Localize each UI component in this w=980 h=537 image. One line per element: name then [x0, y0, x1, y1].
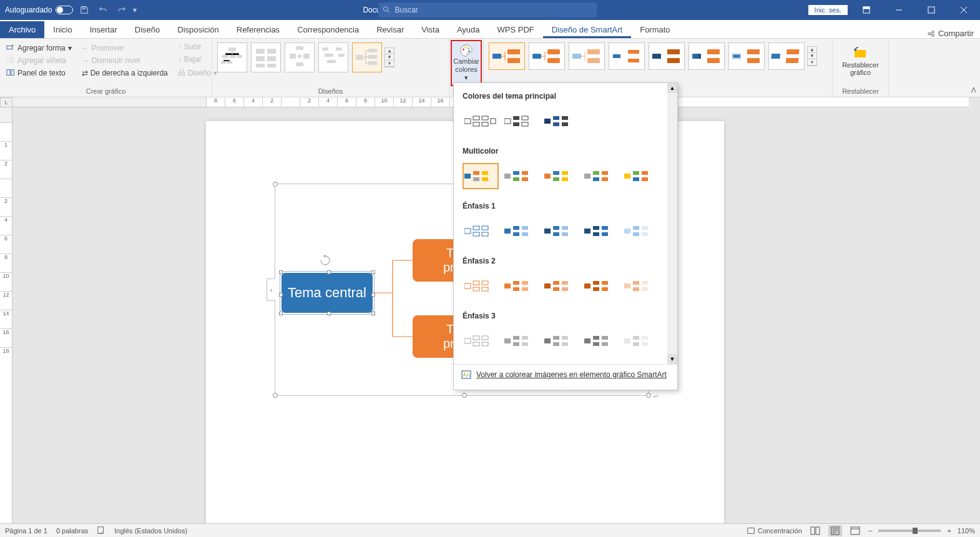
reset-graphic-button[interactable]: Restablecer gráfico	[836, 41, 884, 79]
view-print-icon[interactable]	[828, 525, 842, 536]
color-option[interactable]	[463, 273, 499, 299]
color-option[interactable]	[463, 108, 499, 134]
color-option[interactable]	[502, 163, 539, 189]
text-pane-toggle[interactable]: ‹	[267, 278, 275, 301]
smartart-node-central[interactable]: Tema central	[280, 272, 374, 314]
tab-file[interactable]: Archivo	[0, 21, 44, 38]
svg-rect-177	[633, 342, 639, 346]
color-option[interactable]	[463, 328, 499, 354]
color-option[interactable]	[582, 273, 619, 299]
color-option[interactable]	[502, 218, 539, 244]
color-option[interactable]	[542, 328, 579, 354]
share-button[interactable]: Compartir	[927, 29, 980, 38]
style-thumb[interactable]	[649, 42, 685, 70]
style-thumb[interactable]	[529, 42, 565, 70]
layout-thumb[interactable]	[251, 42, 281, 72]
tab-disposicion[interactable]: Disposición	[169, 21, 227, 38]
color-option[interactable]	[542, 163, 579, 189]
style-thumb[interactable]	[688, 42, 725, 70]
tab-smartart-design[interactable]: Diseño de SmartArt	[543, 21, 631, 38]
add-bullet-button[interactable]: Agregar viñeta	[4, 55, 74, 66]
tab-referencias[interactable]: Referencias	[228, 21, 288, 38]
layout-thumb[interactable]	[217, 42, 247, 72]
color-option[interactable]	[502, 328, 539, 354]
svg-rect-23	[296, 62, 303, 66]
close-icon[interactable]	[950, 0, 978, 20]
layout-thumb-selected[interactable]	[352, 42, 382, 72]
search-box[interactable]: Buscar	[379, 2, 597, 17]
dropdown-scrollbar[interactable]: ▲▼	[667, 83, 677, 364]
style-thumb[interactable]	[609, 42, 645, 70]
undo-icon[interactable]	[96, 2, 110, 17]
color-option[interactable]	[542, 273, 579, 299]
zoom-out-button[interactable]: −	[868, 527, 872, 535]
svg-rect-44	[572, 54, 581, 59]
color-option[interactable]	[622, 218, 659, 244]
zoom-level[interactable]: 110%	[958, 527, 975, 535]
style-scroll[interactable]: ▲▼▾	[807, 46, 817, 66]
demote-button[interactable]: → Disminuir nivel	[79, 55, 170, 66]
tab-revisar[interactable]: Revisar	[368, 21, 413, 38]
status-language[interactable]: Inglés (Estados Unidos)	[114, 527, 187, 535]
color-option[interactable]	[502, 108, 539, 134]
focus-mode-button[interactable]: Concentración	[747, 526, 802, 535]
tab-diseno[interactable]: Diseño	[126, 21, 169, 38]
save-icon[interactable]	[77, 2, 92, 17]
add-shape-button[interactable]: Agregar forma ▾	[4, 42, 74, 54]
maximize-icon[interactable]	[918, 0, 945, 20]
color-option[interactable]	[502, 273, 539, 299]
svg-rect-77	[553, 122, 559, 126]
tab-formato[interactable]: Formato	[631, 21, 679, 38]
promote-button[interactable]: ← Promover	[79, 42, 170, 54]
redo-icon[interactable]	[114, 2, 129, 17]
style-thumb[interactable]	[768, 42, 805, 70]
color-option[interactable]	[463, 218, 499, 244]
color-option[interactable]	[622, 328, 659, 354]
tab-insertar[interactable]: Insertar	[81, 21, 126, 38]
layout-thumb[interactable]	[318, 42, 348, 72]
minimize-icon[interactable]	[885, 0, 913, 20]
svg-rect-173	[602, 336, 608, 340]
color-option[interactable]	[622, 273, 659, 299]
view-web-icon[interactable]	[848, 525, 862, 536]
status-proofing-icon[interactable]	[97, 526, 105, 536]
vertical-ruler[interactable]: 1224681012141618	[0, 107, 12, 527]
text-pane-button[interactable]: Panel de texto	[4, 67, 74, 79]
style-thumb-selected[interactable]	[489, 42, 525, 70]
color-option[interactable]	[582, 328, 619, 354]
color-option[interactable]	[542, 108, 579, 134]
zoom-in-button[interactable]: +	[947, 527, 951, 535]
ruler-corner[interactable]: L	[0, 97, 12, 107]
layout-scroll[interactable]: ▲▼▾	[385, 47, 394, 67]
tab-vista[interactable]: Vista	[413, 21, 448, 38]
rtl-button[interactable]: ⇄ De derecha a izquierda	[79, 67, 170, 79]
rotate-handle-icon[interactable]	[319, 254, 331, 267]
tab-correspondencia[interactable]: Correspondencia	[288, 21, 368, 38]
svg-rect-71	[513, 116, 519, 120]
recolor-images-button[interactable]: Volver a colorear imágenes en elemento g…	[454, 364, 677, 385]
color-option-selected[interactable]	[463, 163, 499, 189]
change-colors-button[interactable]: Cambiar colores ▾	[451, 40, 482, 86]
autosave-toggle[interactable]	[56, 6, 73, 14]
style-thumb[interactable]	[569, 42, 605, 70]
color-option[interactable]	[622, 163, 659, 189]
ribbon-display-icon[interactable]	[853, 0, 880, 20]
collapse-ribbon-icon[interactable]: ᐱ	[971, 86, 976, 94]
color-option[interactable]	[582, 218, 619, 244]
signin-button[interactable]: Inic. ses.	[808, 5, 848, 15]
tab-inicio[interactable]: Inicio	[44, 21, 81, 38]
dropdown-grip[interactable]: ····	[454, 385, 677, 390]
layout-thumb[interactable]	[285, 42, 315, 72]
view-read-icon[interactable]	[808, 525, 822, 536]
status-page[interactable]: Página 1 de 1	[5, 527, 47, 535]
zoom-slider[interactable]	[878, 530, 941, 532]
svg-rect-99	[602, 177, 608, 181]
status-words[interactable]: 0 palabras	[56, 527, 88, 535]
color-option[interactable]	[542, 218, 579, 244]
style-thumb[interactable]	[728, 42, 765, 70]
color-option[interactable]	[582, 163, 619, 189]
tab-ayuda[interactable]: Ayuda	[448, 21, 489, 38]
svg-rect-72	[513, 122, 519, 126]
svg-rect-121	[593, 226, 599, 230]
tab-wps-pdf[interactable]: WPS PDF	[489, 21, 543, 38]
